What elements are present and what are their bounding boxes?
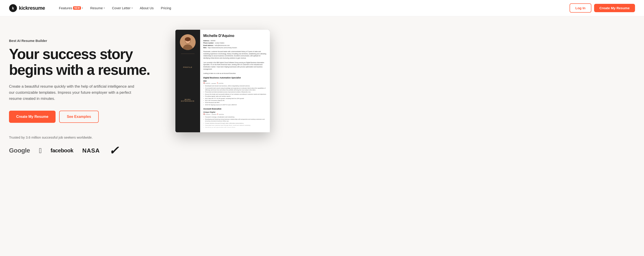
nav-features[interactable]: Features NEW ▾ [56, 4, 86, 12]
google-logo: Google [9, 147, 30, 154]
resume-address-row: Address: 909999 [203, 40, 267, 42]
job2-company: Unique Digital [203, 111, 267, 113]
nav-resume[interactable]: Resume ▾ [87, 4, 108, 12]
work-section-label: WORKEXPERIENCE [181, 99, 194, 102]
resume-sidebar-divider [181, 54, 194, 54]
svg-point-6 [185, 37, 191, 41]
nav-resume-label: Resume [90, 6, 103, 10]
job1-bullet-8: 2016 Renewal rate 85% [203, 102, 267, 103]
web-value: https://www.kickresume.com/cv/mary-hoove… [208, 47, 237, 49]
nav-about-label: About Us [140, 6, 154, 10]
hero-title: Your success story begins with a resume. [9, 46, 162, 78]
address-value: 909999 [210, 40, 216, 42]
nav-features-badge: NEW [73, 6, 81, 10]
nav-cover-letter[interactable]: Cover Letter ▾ [109, 4, 136, 12]
job1-bullet-1: Developed and closed new business, while… [203, 85, 267, 87]
job2-bullet-4: Generated new customer base through dire… [203, 124, 267, 126]
nav-items: Features NEW ▾ Resume ▾ Cover Letter ▾ A… [56, 4, 570, 12]
navbar: k kickresume Features NEW ▾ Resume ▾ Cov… [0, 0, 644, 16]
resume-web-row: Web: https://www.kickresume.com/cv/mary-… [203, 47, 267, 49]
nav-pricing[interactable]: Pricing [158, 4, 174, 12]
hero-description: Create a beautiful resume quickly with t… [9, 83, 135, 102]
create-resume-nav-button[interactable]: Create My Resume [594, 4, 635, 12]
resume-preview: PROFILE WORKEXPERIENCE Michelle D'Aquino… [176, 30, 270, 132]
job1-bullet-4: Ensure the timely and successful deliver… [203, 93, 267, 95]
phone-value: contact hidden [215, 42, 224, 44]
nasa-logo: NASA [82, 147, 100, 154]
resume-main-content: Michelle D'Aquino Address: 909999 Phone … [200, 30, 270, 132]
trusted-logos: Google  facebook NASA ✓ [9, 145, 162, 156]
job1-title: Digital Business Automation Specialist [203, 76, 267, 79]
profile-section-label: PROFILE [183, 66, 192, 68]
job1-bullet-5: Providing regular sales and activity rep… [203, 95, 267, 97]
job2-title: Account Executive [203, 107, 267, 110]
hero-content: Best AI Resume Builder Your success stor… [9, 30, 162, 156]
hero-subtitle: Best AI Resume Builder [9, 39, 162, 43]
nav-resume-chevron: ▾ [104, 7, 105, 9]
job2-dates: 📅 11/2014 – 10/2015 📍 AUSTIN [203, 113, 267, 115]
resume-avatar [180, 34, 196, 50]
email-value: hello@kickresume.com [214, 44, 230, 46]
job1-bullet-7: 2017 NA Conversion Rate10.4% [203, 100, 267, 101]
login-button[interactable]: Log In [570, 3, 592, 13]
logo-icon: k [9, 4, 17, 12]
nav-features-label: Features [59, 6, 72, 10]
job1-bullet-3: Presented and demonstrated process impro… [203, 91, 267, 93]
svg-text:k: k [12, 6, 14, 10]
logo-text: kickresume [19, 5, 45, 11]
resume-card: PROFILE WORKEXPERIENCE Michelle D'Aquino… [176, 30, 270, 132]
web-label: Web: [203, 47, 207, 49]
job2-bullet-2: Developing and fostering strong business… [203, 118, 267, 122]
profile-text-1: Passionate, customer-focused leader with… [203, 51, 267, 59]
address-label: Address: [203, 40, 210, 42]
nav-actions: Log In Create My Resume [570, 3, 635, 13]
hero-section: Best AI Resume Builder Your success stor… [0, 16, 644, 256]
job1-company: IBM [203, 80, 267, 82]
job2-bullet-5: Identifying up-sell opportunities with c… [203, 126, 267, 128]
nav-cover-letter-chevron: ▾ [132, 7, 133, 9]
email-label: Email address: [203, 44, 214, 46]
hero-buttons: Create My Resume See Examples [9, 111, 162, 123]
trusted-text: Trusted by 3.6 million successful job se… [9, 136, 162, 139]
resume-name: Michelle D'Aquino [203, 33, 267, 38]
phone-label: Phone number: [203, 42, 214, 44]
apple-logo:  [39, 147, 41, 155]
profile-text-2: I am currently in the IBM Hybrid Cloud S… [203, 62, 267, 70]
nav-cover-letter-label: Cover Letter [112, 6, 131, 10]
nav-pricing-label: Pricing [161, 6, 171, 10]
trusted-section: Trusted by 3.6 million successful job se… [9, 136, 162, 156]
job1-dates: 📅 10/2015 – present 📍 AUSTIN [203, 82, 267, 84]
create-resume-hero-button[interactable]: Create My Resume [9, 111, 56, 123]
nike-logo: ✓ [109, 145, 119, 156]
nav-about[interactable]: About Us [137, 4, 157, 12]
facebook-logo: facebook [50, 147, 73, 154]
job1-bullet-6: 2017 New NA YTY 24.4% growth, including … [203, 98, 267, 99]
job1-bullet-9: 2016 NA Signings Quota of 2.2M TCV and 1… [203, 104, 267, 106]
resume-phone-row: Phone number: contact hidden [203, 42, 267, 44]
logo[interactable]: k kickresume [9, 4, 45, 12]
resume-sidebar: PROFILE WORKEXPERIENCE [176, 30, 200, 132]
job2-bullet-1: Focused in storage, virtualization and n… [203, 116, 267, 118]
resume-profile: Passionate, customer-focused leader with… [203, 51, 267, 75]
job2-bullet-3: Create solutions demand through sales ca… [203, 122, 267, 124]
see-examples-button[interactable]: See Examples [59, 111, 99, 123]
nav-features-chevron: ▾ [82, 7, 83, 9]
job1-bullet-2: A successful track record using knowledg… [203, 87, 267, 91]
profile-text-3: Looking to take on a role as an Account … [203, 72, 267, 75]
resume-email-row: Email address: hello@kickresume.com [203, 44, 267, 46]
